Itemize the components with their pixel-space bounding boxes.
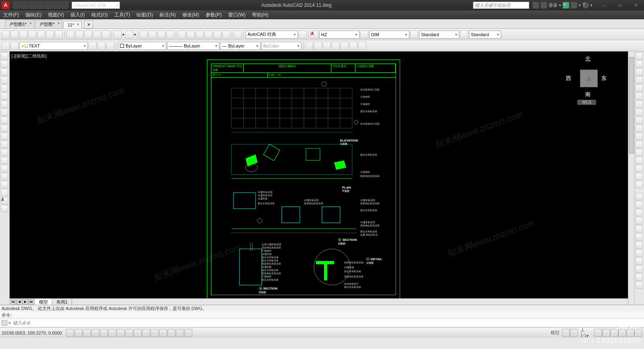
menu-draw[interactable]: 绘图(D) <box>133 10 156 19</box>
toolpalettes-icon[interactable] <box>196 31 204 39</box>
ellipsearc-icon[interactable] <box>1 133 8 140</box>
copy-icon[interactable] <box>75 31 83 39</box>
app-logo[interactable]: A <box>2 1 10 9</box>
menu-dimension[interactable]: 标注(N) <box>156 10 179 19</box>
lineweight-dropdown[interactable]: —ByLayer <box>220 42 260 50</box>
close-icon[interactable]: ✕ <box>76 23 80 27</box>
redo-icon[interactable] <box>125 31 133 39</box>
insert5-icon[interactable] <box>349 42 357 50</box>
zoom-icon[interactable] <box>149 31 157 39</box>
search-input[interactable]: 键入关键字或短语 <box>473 2 529 9</box>
chevron-down-icon[interactable]: ▾ <box>559 3 561 7</box>
insert3-icon[interactable] <box>332 42 340 50</box>
menu-edit[interactable]: 编辑(E) <box>22 10 45 19</box>
blockeditor-icon[interactable] <box>102 31 110 39</box>
dim-space-icon[interactable] <box>636 273 643 281</box>
login-label[interactable]: 登录 <box>549 2 557 8</box>
dim-arc-icon[interactable] <box>636 209 643 216</box>
makeblock-icon[interactable] <box>1 149 8 156</box>
osnap-icon[interactable] <box>100 329 108 337</box>
viewcube-east[interactable]: 东 <box>601 75 607 82</box>
new-tab-button[interactable]: ✕ <box>84 21 93 29</box>
chamfer-icon[interactable] <box>636 157 643 164</box>
insert4-icon[interactable] <box>341 42 349 50</box>
dim-baseline-icon[interactable] <box>636 257 643 265</box>
dyn-icon[interactable] <box>134 329 142 337</box>
table-icon[interactable] <box>1 189 8 196</box>
polar-icon[interactable] <box>91 329 99 337</box>
web-icon[interactable] <box>305 42 313 50</box>
dimstyle-dropdown[interactable]: DIM <box>369 31 409 39</box>
sc-icon[interactable] <box>167 329 175 337</box>
addselected-icon[interactable] <box>1 205 8 212</box>
layerstates-icon[interactable] <box>10 42 19 50</box>
close-icon[interactable]: ✕ <box>29 21 32 25</box>
cut-icon[interactable] <box>66 31 74 39</box>
mleaderstyle-dropdown[interactable]: Standard <box>469 31 501 39</box>
open-icon[interactable] <box>10 31 19 39</box>
qp-icon[interactable] <box>159 329 167 337</box>
ortho-icon[interactable] <box>83 329 91 337</box>
dim-diam-icon[interactable] <box>636 233 643 240</box>
close-icon[interactable]: ✕ <box>57 21 60 25</box>
textstyle-icon[interactable]: A <box>310 31 318 39</box>
minimize-button[interactable]: — <box>596 0 612 10</box>
copy-obj-icon[interactable] <box>636 60 643 68</box>
layeriso-icon[interactable] <box>89 42 97 50</box>
dim-quick-icon[interactable] <box>636 249 643 257</box>
stretch-icon[interactable] <box>636 117 643 124</box>
break-icon[interactable] <box>636 141 643 148</box>
properties-icon[interactable] <box>178 31 186 39</box>
ellipse-icon[interactable] <box>1 125 8 132</box>
paste-icon[interactable] <box>84 31 92 39</box>
qat-open-icon[interactable] <box>21 2 28 9</box>
quickcalc-icon[interactable] <box>222 31 230 39</box>
menu-help[interactable]: 帮助(H) <box>249 10 272 19</box>
new-icon[interactable] <box>2 31 10 39</box>
menu-file[interactable]: 文件(F) <box>0 10 22 19</box>
quickview-drawings-icon[interactable] <box>570 329 578 337</box>
workspace-dropdown[interactable]: AutoCAD 经典 <box>246 31 298 39</box>
offset-icon[interactable] <box>636 76 643 84</box>
snap-icon[interactable] <box>66 329 74 337</box>
qat-undo-icon[interactable] <box>53 2 60 9</box>
chevron-down-icon[interactable]: ▾ <box>122 33 124 37</box>
spline-icon[interactable] <box>1 117 8 124</box>
autodesk360-icon[interactable] <box>571 2 577 8</box>
dim-linear-icon[interactable] <box>636 193 643 200</box>
array-icon[interactable] <box>636 84 643 92</box>
command-input[interactable] <box>12 320 644 326</box>
qat-redo-icon[interactable] <box>61 2 68 9</box>
color-dropdown[interactable]: ByLayer <box>118 42 166 50</box>
trim-icon[interactable] <box>636 125 643 132</box>
model-space-label[interactable]: 模型 <box>548 330 562 336</box>
file-tab[interactable]: 户型图*✕ <box>35 20 62 29</box>
gear-icon[interactable] <box>299 31 307 39</box>
viewcube-top[interactable]: 上 <box>580 70 598 87</box>
tablestyle-dropdown[interactable]: Standard <box>419 31 459 39</box>
dim-break-icon[interactable] <box>636 281 643 289</box>
chevron-down-icon[interactable]: ▾ <box>579 3 581 7</box>
zoomprev-icon[interactable] <box>166 31 174 39</box>
mirror-icon[interactable] <box>636 68 643 76</box>
blend-icon[interactable] <box>636 173 643 180</box>
scrollbar-thumb[interactable] <box>629 57 634 154</box>
scrollbar-vertical[interactable] <box>628 51 634 305</box>
viewcube-west[interactable]: 西 <box>566 75 571 82</box>
insert2-icon[interactable] <box>323 42 331 50</box>
rectangle-icon[interactable] <box>1 84 8 92</box>
linetype-dropdown[interactable]: ———ByLayer <box>167 42 219 50</box>
arc-icon[interactable] <box>1 92 8 100</box>
region-icon[interactable] <box>1 181 8 188</box>
tpy-icon[interactable] <box>151 329 159 337</box>
matchprop-icon[interactable] <box>93 31 101 39</box>
dim-aligned-icon[interactable] <box>636 201 643 208</box>
menu-parametric[interactable]: 参数(P) <box>202 10 225 19</box>
qat-plot-icon[interactable] <box>45 2 52 9</box>
am-icon[interactable] <box>176 329 184 337</box>
scale-icon[interactable] <box>636 109 643 116</box>
move-icon[interactable] <box>636 92 643 100</box>
polyline-icon[interactable] <box>1 68 8 76</box>
search-icon[interactable] <box>533 2 539 8</box>
fillet-icon[interactable] <box>636 165 643 172</box>
